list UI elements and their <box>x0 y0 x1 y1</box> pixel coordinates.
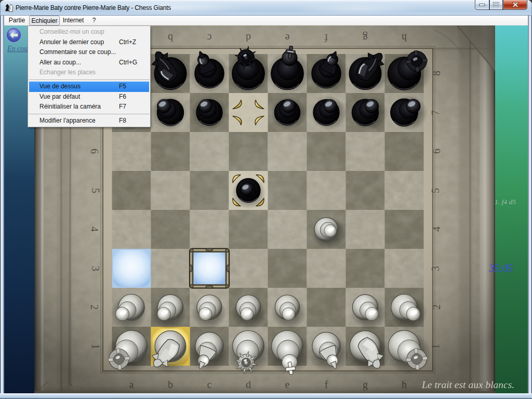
svg-text:1. f4 d5: 1. f4 d5 <box>495 198 516 206</box>
svg-text:35:05: 35:05 <box>488 262 513 274</box>
svg-text:Le trait est aux blancs.: Le trait est aux blancs. <box>421 379 514 390</box>
